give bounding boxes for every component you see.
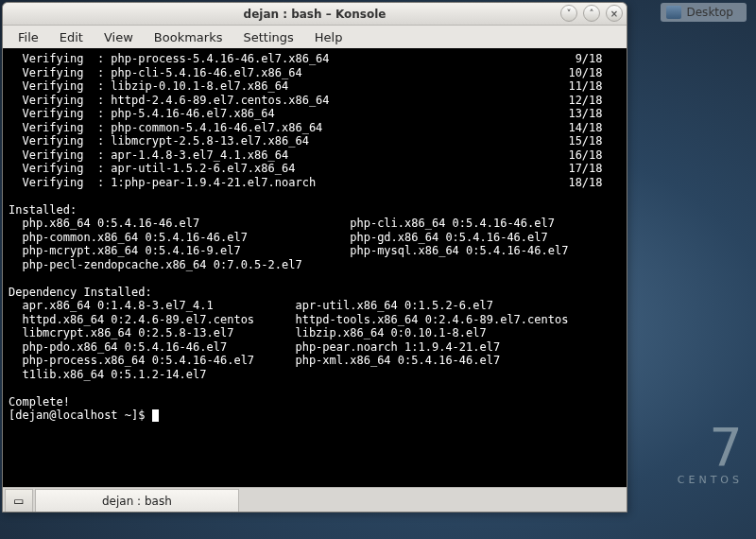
centos-name: CENTOS [678,474,743,486]
terminal-output[interactable]: Verifying : php-process-5.4.16-46.el7.x8… [3,48,627,487]
desktop-label: Desktop [687,6,734,19]
menubar: File Edit View Bookmarks Settings Help [3,26,627,48]
menu-help[interactable]: Help [305,28,352,46]
new-tab-button[interactable]: ▭ [5,489,33,512]
window-title: dejan : bash – Konsole [244,8,387,21]
tab-active[interactable]: dejan : bash [35,489,239,512]
tabbar: ▭ dejan : bash [3,487,627,512]
menu-settings[interactable]: Settings [233,28,302,46]
minimize-button[interactable]: ˅ [560,5,577,22]
centos-version: 7 [678,421,743,474]
centos-brand: 7 CENTOS [678,421,743,486]
menu-bookmarks[interactable]: Bookmarks [145,28,232,46]
desktop-button[interactable]: Desktop [661,3,747,22]
titlebar[interactable]: dejan : bash – Konsole ˅ ˄ × [3,3,627,26]
close-button[interactable]: × [606,5,623,22]
menu-edit[interactable]: Edit [50,28,93,46]
cursor [152,409,159,422]
shell-prompt: [dejan@localhost ~]$ [9,409,152,422]
menu-view[interactable]: View [94,28,143,46]
maximize-button[interactable]: ˄ [583,5,600,22]
tab-label: dejan : bash [102,495,172,508]
konsole-window: dejan : bash – Konsole ˅ ˄ × File Edit V… [2,2,627,513]
menu-file[interactable]: File [9,28,48,46]
new-tab-icon: ▭ [13,495,24,508]
